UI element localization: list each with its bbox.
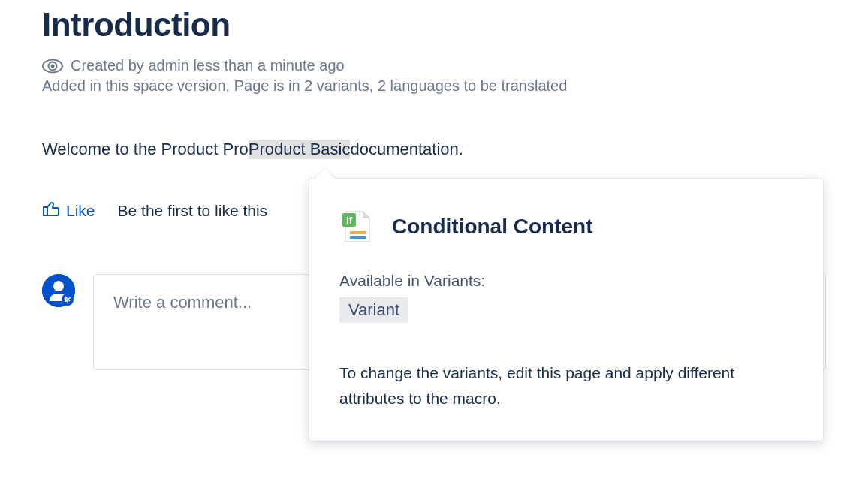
- available-variants-label: Available in Variants:: [339, 272, 793, 290]
- like-prompt: Be the first to like this: [118, 202, 268, 220]
- svg-point-5: [53, 281, 64, 291]
- macro-icon: if: [339, 209, 375, 245]
- svg-rect-3: [44, 207, 47, 215]
- page-content: Welcome to the Product ProProduct Basicd…: [42, 140, 826, 159]
- variant-chip: Variant: [339, 297, 408, 323]
- svg-text:if: if: [346, 215, 353, 226]
- created-by-text: Created by admin less than a minute ago: [71, 57, 345, 74]
- content-suffix: documentation.: [350, 140, 463, 158]
- page-meta: Created by admin less than a minute ago: [42, 57, 826, 74]
- page-title: Introduction: [42, 6, 826, 44]
- page-status-text: Added in this space version, Page is in …: [42, 77, 826, 95]
- conditional-content-popover: if Conditional Content Available in Vari…: [309, 179, 823, 370]
- like-button[interactable]: Like: [42, 200, 95, 221]
- avatar[interactable]: [42, 274, 75, 307]
- eye-icon: [42, 59, 63, 74]
- svg-rect-10: [350, 236, 366, 239]
- thumbs-up-icon: [42, 200, 60, 221]
- like-label: Like: [66, 202, 95, 220]
- svg-point-2: [51, 64, 55, 68]
- content-prefix: Welcome to the Product Pro: [42, 140, 249, 158]
- popover-header: if Conditional Content: [339, 209, 793, 245]
- conditional-content-highlight[interactable]: Product Basic: [249, 140, 351, 159]
- svg-rect-9: [350, 231, 366, 234]
- popover-instruction: To change the variants, edit this page a…: [339, 360, 793, 370]
- popover-title: Conditional Content: [392, 215, 593, 239]
